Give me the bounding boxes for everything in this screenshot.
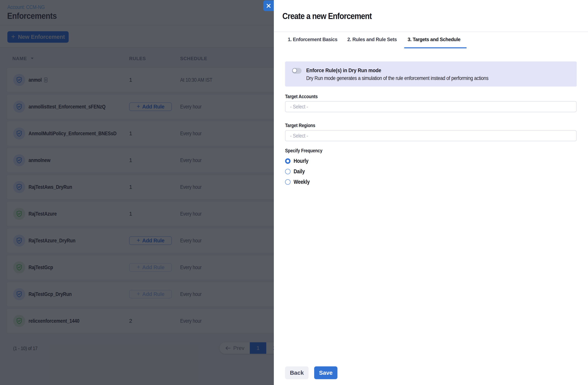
close-icon (266, 3, 271, 8)
radio-unselected-icon (285, 169, 291, 174)
radio-unselected-icon (285, 179, 291, 185)
target-accounts-placeholder: - Select - (290, 104, 308, 110)
frequency-option-daily[interactable]: Daily (285, 168, 307, 175)
drawer-tabs: 1. Enforcement Basics2. Rules and Rule S… (274, 33, 588, 48)
frequency-label: Specify Frequency (285, 148, 322, 154)
app-root: Account: CCM-NG Enforcements + New Enfor… (0, 0, 588, 385)
save-button[interactable]: Save (314, 366, 337, 379)
dry-run-toggle[interactable] (292, 68, 302, 74)
tab-3[interactable]: 3. Targets and Schedule (408, 33, 460, 46)
tab-1[interactable]: 1. Enforcement Basics (288, 33, 337, 46)
frequency-option-weekly[interactable]: Weekly (285, 179, 313, 185)
drawer-header-divider (274, 32, 588, 32)
dry-run-description: Dry Run mode generates a simulation of t… (306, 75, 488, 81)
tab-2[interactable]: 2. Rules and Rule Sets (347, 33, 397, 46)
target-accounts-label: Target Accounts (285, 93, 318, 100)
dry-run-banner: Enforce Rule(s) in Dry Run mode Dry Run … (285, 62, 577, 87)
dry-run-title: Enforce Rule(s) in Dry Run mode (306, 67, 495, 73)
toggle-knob (292, 68, 297, 73)
drawer-title: Create a new Enforcement (282, 11, 372, 21)
frequency-option-hourly[interactable]: Hourly (285, 158, 311, 164)
target-accounts-select[interactable]: - Select - (285, 101, 577, 112)
back-button[interactable]: Back (285, 366, 309, 379)
drawer-close-button[interactable] (263, 0, 274, 11)
target-regions-select[interactable]: - Select - (285, 130, 577, 141)
create-enforcement-drawer: Create a new Enforcement 1. Enforcement … (274, 0, 588, 385)
target-regions-label: Target Regions (285, 122, 315, 129)
active-tab-underline (404, 47, 467, 48)
target-regions-placeholder: - Select - (290, 133, 308, 139)
radio-selected-icon (285, 158, 291, 164)
